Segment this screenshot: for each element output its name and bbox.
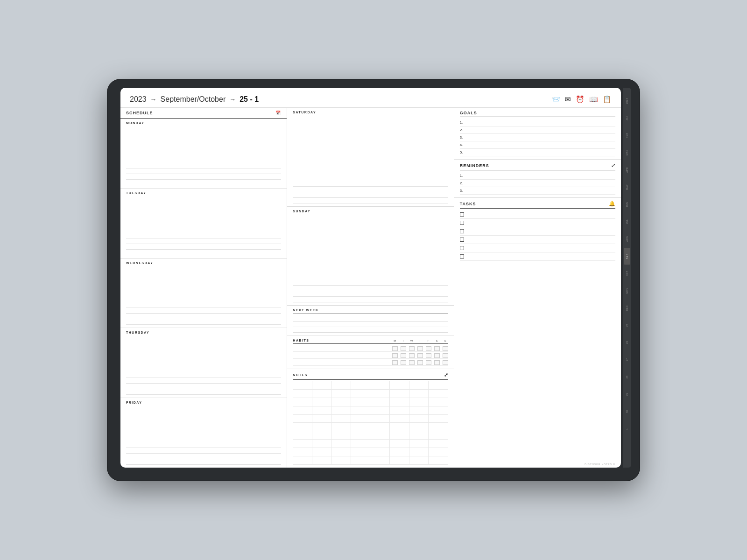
notes-cell[interactable] [312,448,332,456]
header-range[interactable]: 25 - 1 [240,95,259,104]
habit-row[interactable] [293,345,448,352]
notes-cell[interactable] [312,415,332,423]
habit-checkbox[interactable] [409,360,415,365]
notes-cell[interactable] [409,456,429,465]
notes-cell[interactable] [429,423,448,431]
notes-cell[interactable] [429,398,448,406]
task-item-2[interactable] [460,219,615,227]
notes-cell[interactable] [390,390,409,398]
reminder-item-3[interactable]: 3. [460,187,615,195]
tab-25[interactable]: 25 [624,317,630,334]
notes-cell[interactable] [409,431,429,440]
notes-cell[interactable] [351,440,371,448]
notes-cell[interactable] [293,440,312,448]
notes-cell[interactable] [351,431,371,440]
habit-checkbox[interactable] [434,353,440,358]
reminder-item-2[interactable]: 2. [460,180,615,187]
tab-dec[interactable]: DEC [624,300,630,316]
goal-item-5[interactable]: 5. [460,149,615,156]
email-icon[interactable]: ✉ [565,95,571,104]
notes-cell[interactable] [312,431,332,440]
notes-cell[interactable] [390,456,409,465]
notes-cell[interactable] [331,381,351,390]
notes-cell[interactable] [331,406,351,415]
notes-cell[interactable] [390,398,409,406]
task-item-6[interactable] [460,252,615,261]
wednesday-block[interactable]: WEDNESDAY [120,259,287,329]
notes-cell[interactable] [312,440,332,448]
notes-cell[interactable] [429,406,448,415]
notes-cell[interactable] [429,415,448,423]
notes-cell[interactable] [390,448,409,456]
notes-cell[interactable] [370,381,390,390]
notes-cell[interactable] [312,423,332,431]
notes-cell[interactable] [293,381,312,390]
notes-cell[interactable] [351,415,371,423]
tab-26[interactable]: 26 [624,334,630,351]
notes-link-icon[interactable]: ⤢ [444,372,448,378]
notes-cell[interactable] [293,415,312,423]
notes-cell[interactable] [370,406,390,415]
notes-cell[interactable] [390,423,409,431]
tab-1[interactable]: 1 [624,420,630,437]
tab-30[interactable]: 30 [624,403,630,420]
notes-cell[interactable] [331,448,351,456]
habit-checkbox[interactable] [401,353,406,358]
notes-cell[interactable] [351,398,371,406]
tab-29[interactable]: 29 [624,386,630,403]
notes-cell[interactable] [351,423,371,431]
habit-checkbox[interactable] [392,353,398,358]
notes-cell[interactable] [331,431,351,440]
task-checkbox-4[interactable] [460,238,464,242]
notes-cell[interactable] [370,415,390,423]
task-item-5[interactable] [460,244,615,252]
goal-item-4[interactable]: 4. [460,141,615,149]
notes-cell[interactable] [429,440,448,448]
task-item-1[interactable] [460,210,615,219]
notes-cell[interactable] [409,398,429,406]
tab-2023[interactable]: 2023 [624,92,630,109]
habit-row[interactable] [293,352,448,359]
tab-apr[interactable]: APR [624,161,630,178]
notes-cell[interactable] [390,440,409,448]
notes-cell[interactable] [293,448,312,456]
habit-checkbox[interactable] [401,360,406,365]
notes-cell[interactable] [293,390,312,398]
notes-cell[interactable] [351,381,371,390]
notes-cell[interactable] [370,390,390,398]
notes-cell[interactable] [331,415,351,423]
tab-jun[interactable]: JUN [624,196,630,213]
notes-cell[interactable] [409,390,429,398]
tab-sep[interactable]: SEP [624,248,630,265]
notes-cell[interactable] [370,456,390,465]
notes-cell[interactable] [370,448,390,456]
habit-checkbox[interactable] [426,346,431,351]
notes-cell[interactable] [312,456,332,465]
notes-cell[interactable] [429,381,448,390]
notes-cell[interactable] [409,406,429,415]
notes-cell[interactable] [390,381,409,390]
goal-item-1[interactable]: 1. [460,119,615,126]
book-icon[interactable]: 📖 [589,95,598,104]
task-checkbox-3[interactable] [460,229,464,233]
tab-jul[interactable]: JUL [624,213,630,230]
tab-may[interactable]: MAY [624,179,630,196]
tab-mar[interactable]: MAR [624,144,630,161]
goal-item-2[interactable]: 2. [460,126,615,134]
notes-cell[interactable] [429,390,448,398]
goal-item-3[interactable]: 3. [460,134,615,141]
tab-oct[interactable]: OCT [624,265,630,282]
clipboard-icon[interactable]: 📋 [603,95,612,104]
notes-cell[interactable] [390,406,409,415]
notes-cell[interactable] [390,415,409,423]
clock-icon[interactable]: ⏰ [576,95,585,104]
notes-cell[interactable] [351,456,371,465]
habit-checkbox[interactable] [434,360,440,365]
notes-cell[interactable] [331,390,351,398]
habit-checkbox[interactable] [426,353,431,358]
habit-row[interactable] [293,359,448,366]
task-item-4[interactable] [460,236,615,244]
notes-cell[interactable] [331,398,351,406]
monday-block[interactable]: MONDAY [120,119,287,189]
notes-cell[interactable] [351,390,371,398]
